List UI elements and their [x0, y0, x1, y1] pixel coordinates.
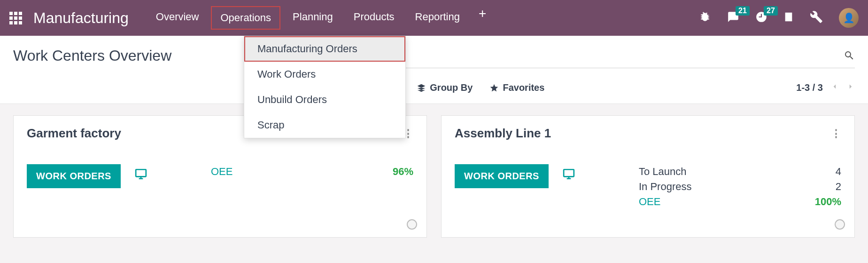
pager-next[interactable] [846, 81, 855, 94]
nav-overview[interactable]: Overview [147, 6, 208, 30]
messages-icon[interactable]: 21 [727, 11, 739, 25]
stat-label: In Progress [639, 181, 692, 193]
nav-operations[interactable]: Operations [211, 6, 280, 30]
stat-value: 2 [836, 181, 841, 193]
card-stats: OEE 96% [211, 164, 413, 179]
pager: 1-3 / 3 [796, 81, 855, 94]
nav-add-button[interactable]: + [472, 6, 493, 30]
nav-reporting[interactable]: Reporting [407, 6, 468, 30]
nav-products[interactable]: Products [345, 6, 403, 30]
top-navbar: Manufacturing Overview Operations Planni… [0, 0, 868, 36]
filter-row: Filters Group By Favorites 1-3 / 3 [359, 81, 855, 94]
status-dot[interactable] [407, 219, 417, 230]
workcenter-card: Assembly Line 1 ⋮ WORK ORDERS To Launch … [441, 115, 855, 238]
stat-value: 4 [836, 166, 841, 178]
topbar-right-icons: 21 27 👤 [699, 8, 859, 28]
stat-label: To Launch [639, 166, 687, 178]
groupby-button[interactable]: Group By [417, 82, 473, 93]
favorites-button[interactable]: Favorites [489, 82, 544, 93]
search-input[interactable] [359, 50, 844, 63]
card-menu-icon[interactable]: ⋮ [831, 128, 841, 140]
pager-text: 1-3 / 3 [796, 82, 823, 93]
work-orders-button[interactable]: WORK ORDERS [27, 164, 121, 188]
apps-icon[interactable] [9, 12, 22, 24]
monitor-icon[interactable] [134, 168, 148, 182]
app-name[interactable]: Manufacturing [33, 9, 129, 27]
oee-value: 96% [393, 166, 413, 178]
card-title: Assembly Line 1 [455, 126, 551, 141]
favorites-label: Favorites [503, 82, 544, 93]
card-title: Garment factory [27, 126, 121, 141]
dropdown-scrap[interactable]: Scrap [244, 112, 405, 138]
activities-icon[interactable]: 27 [755, 11, 767, 25]
messages-badge: 21 [736, 6, 750, 16]
tools-icon[interactable] [810, 10, 823, 25]
oee-value: 100% [815, 196, 841, 208]
work-orders-button[interactable]: WORK ORDERS [455, 164, 549, 188]
control-panel: Work Centers Overview Manufacturing Orde… [0, 36, 868, 104]
dropdown-manufacturing-orders[interactable]: Manufacturing Orders [244, 36, 405, 62]
oee-label: OEE [211, 166, 232, 178]
dropdown-work-orders[interactable]: Work Orders [244, 62, 405, 87]
svg-rect-0 [136, 169, 146, 176]
activities-badge: 27 [764, 6, 778, 16]
status-dot[interactable] [835, 219, 845, 230]
nav-links: Overview Operations Planning Products Re… [147, 6, 493, 30]
user-avatar[interactable]: 👤 [839, 8, 859, 28]
operations-dropdown: Manufacturing Orders Work Orders Unbuild… [244, 36, 406, 138]
pager-prev[interactable] [830, 81, 839, 94]
monitor-icon[interactable] [562, 168, 576, 182]
bug-icon[interactable] [699, 11, 711, 25]
svg-rect-1 [564, 169, 574, 176]
card-stats: To Launch 4 In Progress 2 OEE 100% [639, 164, 841, 209]
building-icon[interactable] [783, 11, 794, 25]
oee-label: OEE [639, 196, 660, 208]
groupby-label: Group By [430, 82, 473, 93]
nav-planning[interactable]: Planning [284, 6, 341, 30]
page-title: Work Centers Overview [13, 47, 171, 64]
dropdown-unbuild-orders[interactable]: Unbuild Orders [244, 87, 405, 112]
kanban-area: Garment factory ⋮ WORK ORDERS OEE 96% As… [0, 104, 868, 249]
search-box [359, 47, 855, 68]
search-icon[interactable] [844, 50, 855, 63]
